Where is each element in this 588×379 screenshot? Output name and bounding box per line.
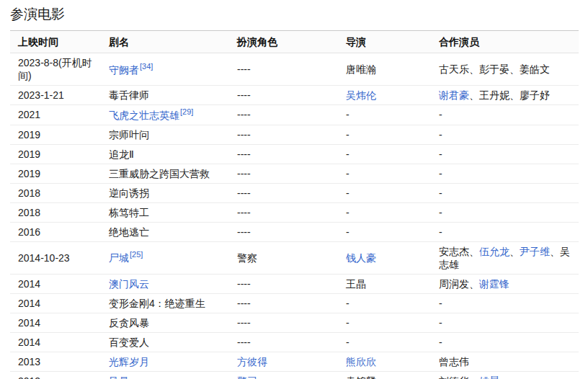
cell-text: 百变爱人 xyxy=(109,336,149,348)
cell-text: 袁锦麟 xyxy=(346,375,376,379)
role-cell: ---- xyxy=(229,86,338,105)
release-date-cell: 2014 xyxy=(10,274,101,293)
person-link[interactable]: 尹子维 xyxy=(520,246,550,257)
person-link[interactable]: 钱人豪 xyxy=(346,252,376,264)
director-cell: - xyxy=(338,144,431,164)
role-link[interactable]: 方彼得 xyxy=(237,356,267,367)
movie-title-cell: 三重威胁之跨国大营救 xyxy=(101,164,229,183)
column-header-release-date: 上映时间 xyxy=(10,31,101,53)
table-row: 2014 澳门风云 ---- 王晶 周润发、谢霆锋 xyxy=(10,274,579,293)
reference-link[interactable]: [25] xyxy=(130,250,143,259)
cell-text: 变形金刚4：绝迹重生 xyxy=(109,298,205,309)
cell-text: 栋笃特工 xyxy=(109,207,149,218)
release-date-cell: 2018 xyxy=(10,183,101,202)
director-cell: - xyxy=(338,125,431,144)
movie-title-cell: 风暴 xyxy=(101,371,229,379)
cell-text: - xyxy=(346,336,349,348)
cell-text: ---- xyxy=(237,129,251,141)
cell-text: - xyxy=(439,148,442,160)
table-row: 2014 变形金刚4：绝迹重生 ---- - - xyxy=(10,293,579,313)
person-link[interactable]: 吴炜伦 xyxy=(346,89,376,101)
header-row: 上映时间 剧名 扮演角色 导演 合作演员 xyxy=(10,31,579,53)
cell-text: ---- xyxy=(237,278,251,290)
table-row: 2023-1-21 毒舌律师 ---- 吴炜伦 谢君豪、王丹妮、廖子妤 xyxy=(10,86,579,105)
table-row: 2014 反贪风暴 ---- - - xyxy=(10,313,579,332)
release-date-cell: 2019 xyxy=(10,144,101,164)
table-row: 2023-8-8(开机时间) 守阙者[34] ---- 唐唯瀚 古天乐、彭于晏、… xyxy=(10,53,579,86)
cell-text: - xyxy=(346,148,349,160)
release-date-cell: 2023-1-21 xyxy=(10,86,101,105)
table-row: 2019 三重威胁之跨国大营救 ---- - - xyxy=(10,164,579,183)
person-link[interactable]: 谢霆锋 xyxy=(479,278,509,290)
table-row: 2016 绝地逃亡 ---- - - xyxy=(10,222,579,241)
cell-text: - xyxy=(346,298,349,309)
costars-cell: - xyxy=(431,313,579,332)
cell-text: - xyxy=(439,317,442,329)
movie-title-cell: 毒舌律师 xyxy=(101,86,229,105)
role-link[interactable]: 警司 xyxy=(237,375,257,379)
reference-link[interactable]: [29] xyxy=(180,107,193,116)
director-cell: - xyxy=(338,222,431,241)
person-link[interactable]: 熊欣欣 xyxy=(346,356,376,367)
cell-text: 宗师叶问 xyxy=(109,129,149,141)
cell-text: 刘德华、 xyxy=(439,375,479,379)
cell-text: - xyxy=(439,109,442,120)
cell-text: 警察 xyxy=(237,252,257,264)
movie-link[interactable]: 光辉岁月 xyxy=(109,356,149,367)
movie-link[interactable]: 守阙者 xyxy=(109,63,139,75)
release-date-cell: 2019 xyxy=(10,125,101,144)
role-cell: ---- xyxy=(229,293,338,313)
cell-text: ---- xyxy=(237,336,251,348)
cell-text: 周润发、 xyxy=(439,278,479,290)
cell-text: - xyxy=(346,317,349,329)
cell-text: 三重威胁之跨国大营救 xyxy=(109,168,210,179)
cell-text: 、 xyxy=(509,246,520,257)
cell-text: 逆向诱拐 xyxy=(109,187,149,199)
cell-text: - xyxy=(346,109,349,120)
role-cell: ---- xyxy=(229,202,338,222)
movie-link[interactable]: 风暴 xyxy=(109,375,129,379)
cell-text: 追龙Ⅱ xyxy=(109,148,134,160)
movie-link[interactable]: 飞虎之壮志英雄 xyxy=(109,110,179,121)
cell-text: - xyxy=(439,187,442,199)
cell-text: ---- xyxy=(237,207,251,218)
cell-text: ---- xyxy=(237,89,251,101)
cell-text: 、王丹妮、廖子妤 xyxy=(469,89,550,101)
costars-cell: - xyxy=(431,222,579,241)
costars-cell: - xyxy=(431,293,579,313)
movie-link[interactable]: 澳门风云 xyxy=(109,278,149,290)
column-header-costars: 合作演员 xyxy=(431,31,579,53)
director-cell: - xyxy=(338,202,431,222)
cell-text: ---- xyxy=(237,226,251,238)
movie-title-cell: 变形金刚4：绝迹重生 xyxy=(101,293,229,313)
costars-cell: - xyxy=(431,202,579,222)
role-cell: ---- xyxy=(229,274,338,293)
costars-cell: 安志杰、伍允龙、尹子维、吴志雄 xyxy=(431,241,579,274)
movie-title-cell: 光辉岁月 xyxy=(101,352,229,371)
movie-link[interactable]: 尸城 xyxy=(109,252,129,264)
movie-title-cell: 飞虎之壮志英雄[29] xyxy=(101,105,229,125)
role-cell: ---- xyxy=(229,125,338,144)
table-row: 2014 百变爱人 ---- - - xyxy=(10,332,579,352)
table-row: 2018 逆向诱拐 ---- - - xyxy=(10,183,579,202)
cell-text: - xyxy=(346,129,349,141)
reference-link[interactable]: [34] xyxy=(140,62,153,71)
costars-cell: 周润发、谢霆锋 xyxy=(431,274,579,293)
person-link[interactable]: 姚晨 xyxy=(479,375,499,379)
costars-cell: - xyxy=(431,144,579,164)
person-link[interactable]: 谢君豪 xyxy=(439,89,469,101)
filmography-table-body: 2023-8-8(开机时间) 守阙者[34] ---- 唐唯瀚 古天乐、彭于晏、… xyxy=(10,53,579,379)
cell-text: 古天乐、彭于晏、姜皓文 xyxy=(439,63,550,75)
cell-text: - xyxy=(439,298,442,309)
table-header: 上映时间 剧名 扮演角色 导演 合作演员 xyxy=(10,31,579,53)
role-cell: ---- xyxy=(229,53,338,86)
movie-title-cell: 百变爱人 xyxy=(101,332,229,352)
movie-title-cell: 反贪风暴 xyxy=(101,313,229,332)
person-link[interactable]: 伍允龙 xyxy=(479,246,509,257)
costars-cell: - xyxy=(431,125,579,144)
movie-title-cell: 追龙Ⅱ xyxy=(101,144,229,164)
release-date-cell: 2014 xyxy=(10,313,101,332)
movie-title-cell: 绝地逃亡 xyxy=(101,222,229,241)
release-date-cell: 2021 xyxy=(10,105,101,125)
movie-title-cell: 尸城[25] xyxy=(101,241,229,274)
